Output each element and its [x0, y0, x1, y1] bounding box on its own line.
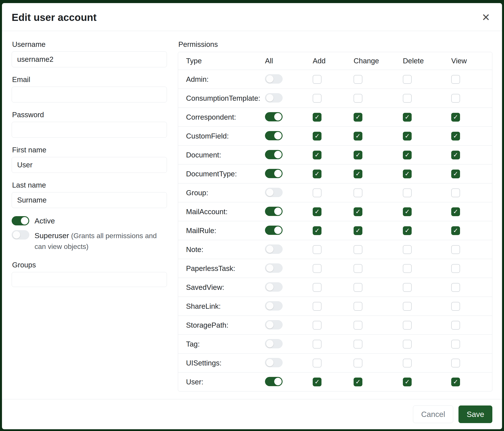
permission-view-checkbox[interactable] [451, 132, 460, 141]
permission-add-checkbox[interactable] [313, 151, 322, 159]
permission-all-toggle[interactable] [265, 74, 283, 84]
permission-row: MailRule: [178, 221, 492, 240]
permission-delete-checkbox[interactable] [403, 302, 412, 311]
permission-delete-checkbox[interactable] [403, 113, 412, 122]
permission-delete-checkbox[interactable] [403, 245, 412, 254]
permission-view-checkbox[interactable] [451, 245, 460, 254]
superuser-toggle[interactable] [12, 230, 29, 240]
permission-view-checkbox[interactable] [451, 189, 460, 197]
permission-change-checkbox[interactable] [354, 340, 362, 349]
permission-add-checkbox[interactable] [313, 113, 322, 122]
permission-add-checkbox[interactable] [313, 207, 322, 216]
permission-change-checkbox[interactable] [354, 302, 362, 311]
password-input[interactable] [12, 122, 167, 138]
active-toggle[interactable] [12, 216, 29, 225]
permission-view-checkbox[interactable] [451, 207, 460, 216]
permission-all-toggle[interactable] [265, 93, 283, 102]
permission-change-checkbox[interactable] [354, 151, 362, 159]
permission-add-checkbox[interactable] [313, 302, 322, 311]
permission-view-checkbox[interactable] [451, 377, 460, 386]
permission-delete-checkbox[interactable] [403, 359, 412, 368]
permission-view-checkbox[interactable] [451, 170, 460, 178]
permission-add-checkbox[interactable] [313, 245, 322, 254]
permission-change-checkbox[interactable] [354, 377, 362, 386]
permission-delete-checkbox[interactable] [403, 340, 412, 349]
permission-view-checkbox[interactable] [451, 359, 460, 368]
permission-all-toggle[interactable] [265, 377, 283, 386]
last-name-input[interactable] [12, 192, 167, 208]
permission-all-toggle[interactable] [265, 169, 283, 178]
permission-add-checkbox[interactable] [313, 226, 322, 235]
permission-all-toggle[interactable] [265, 244, 283, 254]
permission-add-checkbox[interactable] [313, 170, 322, 178]
permission-add-checkbox[interactable] [313, 377, 322, 386]
permission-all-toggle[interactable] [265, 320, 283, 329]
permission-view-checkbox[interactable] [451, 302, 460, 311]
permission-all-toggle[interactable] [265, 131, 283, 140]
permission-change-checkbox[interactable] [354, 75, 362, 84]
groups-select[interactable] [12, 272, 167, 287]
permission-all-toggle[interactable] [265, 207, 283, 216]
permission-view-checkbox[interactable] [451, 113, 460, 122]
email-input[interactable] [12, 87, 167, 102]
cancel-button[interactable]: Cancel [413, 405, 453, 423]
permission-view-checkbox[interactable] [451, 75, 460, 84]
close-icon[interactable]: ✕ [479, 11, 492, 24]
permission-all-toggle[interactable] [265, 263, 283, 273]
permission-add-checkbox[interactable] [313, 94, 322, 103]
permission-add-checkbox[interactable] [313, 264, 322, 273]
active-label: Active [35, 217, 55, 225]
permission-delete-checkbox[interactable] [403, 132, 412, 141]
permission-change-checkbox[interactable] [354, 170, 362, 178]
permission-change-checkbox[interactable] [354, 321, 362, 330]
permission-view-checkbox[interactable] [451, 151, 460, 159]
permission-change-checkbox[interactable] [354, 264, 362, 273]
permission-all-toggle[interactable] [265, 282, 283, 292]
permission-all-toggle[interactable] [265, 188, 283, 197]
permission-change-checkbox[interactable] [354, 226, 362, 235]
permission-add-checkbox[interactable] [313, 132, 322, 141]
permission-add-checkbox[interactable] [313, 321, 322, 330]
permission-view-checkbox[interactable] [451, 283, 460, 292]
first-name-input[interactable] [12, 157, 167, 173]
permission-type-label: SavedView: [178, 283, 265, 292]
permission-view-checkbox[interactable] [451, 321, 460, 330]
permission-delete-checkbox[interactable] [403, 283, 412, 292]
permission-delete-checkbox[interactable] [403, 170, 412, 178]
permission-change-checkbox[interactable] [354, 245, 362, 254]
permission-all-toggle[interactable] [265, 358, 283, 367]
permission-delete-checkbox[interactable] [403, 264, 412, 273]
permission-add-checkbox[interactable] [313, 340, 322, 349]
permission-change-checkbox[interactable] [354, 207, 362, 216]
permission-delete-checkbox[interactable] [403, 189, 412, 197]
permission-change-checkbox[interactable] [354, 359, 362, 368]
permission-change-checkbox[interactable] [354, 283, 362, 292]
permission-all-toggle[interactable] [265, 301, 283, 311]
permission-change-checkbox[interactable] [354, 189, 362, 197]
permission-change-checkbox[interactable] [354, 113, 362, 122]
permission-add-checkbox[interactable] [313, 283, 322, 292]
permission-view-checkbox[interactable] [451, 226, 460, 235]
permission-delete-checkbox[interactable] [403, 94, 412, 103]
permission-row: StoragePath: [178, 315, 492, 334]
permission-add-checkbox[interactable] [313, 75, 322, 84]
permission-delete-checkbox[interactable] [403, 151, 412, 159]
permission-delete-checkbox[interactable] [403, 226, 412, 235]
permission-add-checkbox[interactable] [313, 359, 322, 368]
permission-add-checkbox[interactable] [313, 189, 322, 197]
permission-delete-checkbox[interactable] [403, 321, 412, 330]
permission-change-checkbox[interactable] [354, 132, 362, 141]
permission-all-toggle[interactable] [265, 150, 283, 159]
permission-view-checkbox[interactable] [451, 264, 460, 273]
save-button[interactable]: Save [459, 405, 492, 423]
permission-view-checkbox[interactable] [451, 340, 460, 349]
permission-delete-checkbox[interactable] [403, 207, 412, 216]
permission-delete-checkbox[interactable] [403, 377, 412, 386]
permission-delete-checkbox[interactable] [403, 75, 412, 84]
permission-all-toggle[interactable] [265, 226, 283, 235]
username-input[interactable] [12, 52, 167, 67]
permission-change-checkbox[interactable] [354, 94, 362, 103]
permission-all-toggle[interactable] [265, 339, 283, 348]
permission-all-toggle[interactable] [265, 112, 283, 121]
permission-view-checkbox[interactable] [451, 94, 460, 103]
